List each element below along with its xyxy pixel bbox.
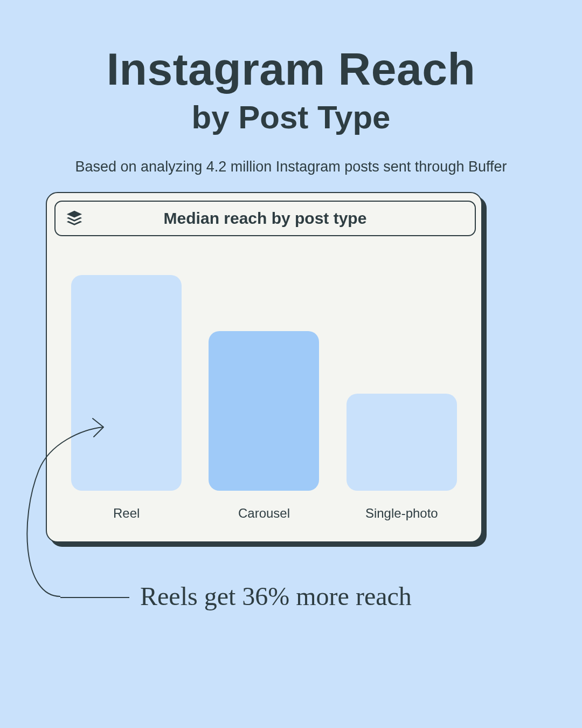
title-line-1: Instagram Reach xyxy=(0,43,582,95)
bar-column: Reel xyxy=(64,275,189,521)
bar-label: Carousel xyxy=(238,506,290,521)
bar-column: Carousel xyxy=(202,331,327,521)
title-line-2: by Post Type xyxy=(0,99,582,136)
chart-bars: ReelCarouselSingle-photo xyxy=(47,241,481,521)
annotation-text: Reels get 36% more reach xyxy=(140,581,412,611)
bar-label: Single-photo xyxy=(365,506,438,521)
bar xyxy=(71,275,182,491)
title-block: Instagram Reach by Post Type Based on an… xyxy=(0,0,582,175)
chart-title: Median reach by post type xyxy=(93,209,475,228)
chart-card-header: Median reach by post type xyxy=(54,201,476,236)
chart-card: Median reach by post type ReelCarouselSi… xyxy=(46,192,482,542)
buffer-logo-icon xyxy=(56,209,93,228)
bar xyxy=(209,331,319,491)
page: Instagram Reach by Post Type Based on an… xyxy=(0,0,582,728)
bar-column: Single-photo xyxy=(339,394,464,521)
subtitle: Based on analyzing 4.2 million Instagram… xyxy=(0,159,582,175)
bar xyxy=(347,394,457,491)
annotation-line xyxy=(60,597,129,598)
bar-label: Reel xyxy=(113,506,140,521)
